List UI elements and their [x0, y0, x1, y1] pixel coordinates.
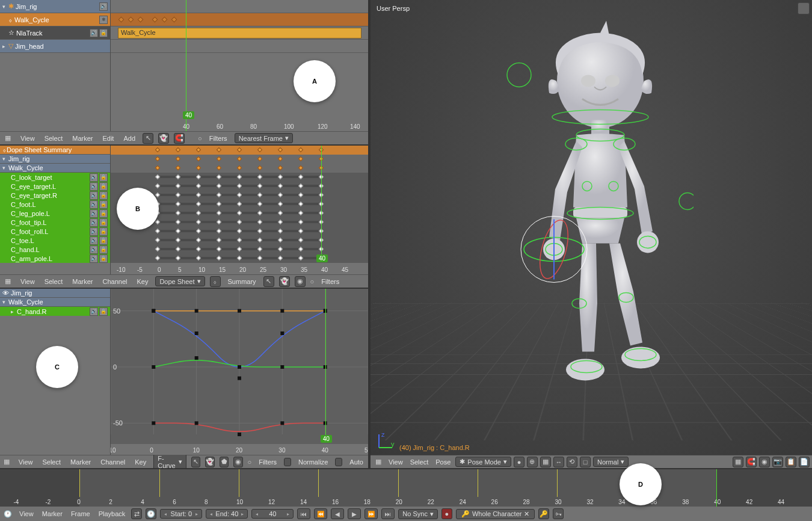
- lock-icon[interactable]: 🔒: [99, 191, 108, 200]
- speaker-icon[interactable]: 🔊: [90, 209, 98, 218]
- menu-select[interactable]: Select: [42, 277, 66, 286]
- fcurve-chart[interactable]: 500-50: [111, 289, 368, 445]
- graph-area[interactable]: 500-50 40 -1001020304050: [111, 289, 368, 455]
- keyframe-prev-icon[interactable]: ⏪: [314, 508, 327, 519]
- speaker-icon[interactable]: 🔊: [90, 245, 98, 254]
- playhead[interactable]: [716, 469, 717, 507]
- keyframe-line[interactable]: [398, 469, 399, 497]
- jump-start-icon[interactable]: ⏮: [297, 508, 310, 519]
- keyframe-icon[interactable]: [162, 17, 168, 23]
- eye-icon[interactable]: 👁: [2, 289, 9, 297]
- menu-frame[interactable]: Frame: [69, 509, 93, 519]
- keyframe-icon[interactable]: [278, 156, 283, 161]
- copy-icon[interactable]: 📋: [786, 457, 796, 467]
- speaker-icon[interactable]: 🔊: [99, 2, 108, 11]
- overlay-plus-icon[interactable]: [798, 2, 810, 14]
- menu-view[interactable]: View: [17, 509, 36, 519]
- jump-end-icon[interactable]: ⏭: [381, 508, 395, 519]
- magnet-icon[interactable]: 🧲: [174, 133, 185, 144]
- menu-select[interactable]: Select: [40, 457, 63, 467]
- cursor-icon[interactable]: ↖: [191, 457, 200, 467]
- keyframe-icon[interactable]: [196, 147, 201, 152]
- lock-icon[interactable]: 🔒: [99, 227, 108, 236]
- keyframe-icon[interactable]: [138, 17, 144, 23]
- keyframe-icon[interactable]: [298, 147, 303, 152]
- sync-dropdown[interactable]: No Sync▾: [398, 509, 438, 519]
- keyframe-icon[interactable]: [257, 147, 262, 152]
- paste-icon[interactable]: 📄: [799, 457, 810, 467]
- keyframe-icon[interactable]: [237, 147, 242, 152]
- bone-row[interactable]: C_foot_roll.L🔊🔒: [0, 227, 110, 236]
- start-frame-field[interactable]: ◂Start: 0▸: [160, 509, 202, 519]
- key-delete-icon[interactable]: 🗝: [553, 508, 564, 519]
- playhead[interactable]: [325, 289, 326, 443]
- ghost-icon[interactable]: 👻: [158, 133, 169, 144]
- keying-set-field[interactable]: 🔑Whole Character✕: [456, 509, 535, 519]
- keyframe-icon[interactable]: [155, 156, 160, 161]
- editor-type-icon[interactable]: ▦: [2, 276, 13, 287]
- bone-row[interactable]: C_leg_pole.L🔊🔒: [0, 209, 110, 218]
- filters-toggle[interactable]: Filters: [256, 457, 279, 467]
- manipulator-rot-icon[interactable]: ⟲: [567, 457, 577, 467]
- clock-icon[interactable]: 🕐: [146, 508, 156, 519]
- manipulator-scale-icon[interactable]: □: [580, 457, 591, 467]
- speaker-icon[interactable]: 🔊: [90, 227, 98, 236]
- speaker-icon[interactable]: 🔊: [90, 182, 98, 191]
- keyframe-icon[interactable]: [298, 156, 303, 161]
- menu-edit[interactable]: Edit: [100, 134, 116, 143]
- cursor-icon[interactable]: ↖: [263, 276, 274, 287]
- bone-row[interactable]: C_eye_target.R🔊🔒: [0, 191, 110, 200]
- editor-type-icon[interactable]: ▦: [2, 133, 13, 144]
- expand-arrow-icon[interactable]: ▾: [2, 4, 8, 10]
- keyframe-icon[interactable]: [257, 165, 262, 170]
- menu-select[interactable]: Select: [408, 457, 431, 467]
- key-insert-icon[interactable]: 🔑: [538, 508, 549, 519]
- tree-row[interactable]: ▾Walk_Cycle: [0, 164, 110, 173]
- play-icon[interactable]: ▶: [348, 508, 361, 519]
- tree-row-walk-cycle[interactable]: ⬨ Walk_Cycle ❄: [0, 13, 110, 26]
- menu-marker[interactable]: Marker: [70, 134, 95, 143]
- ghost-icon[interactable]: 👻: [279, 276, 290, 287]
- keyframe-icon[interactable]: [176, 165, 180, 170]
- speaker-icon[interactable]: 🔊: [90, 29, 98, 37]
- current-frame-field[interactable]: ◂40▸: [251, 509, 294, 519]
- tree-row-jim-rig[interactable]: ▾ ✱ Jim_rig 🔊: [0, 0, 110, 13]
- keyframe-icon[interactable]: [155, 147, 160, 152]
- cursor-icon[interactable]: ↖: [143, 133, 153, 144]
- proportional-icon[interactable]: ◉: [759, 457, 770, 467]
- play-reverse-icon[interactable]: ◀: [331, 508, 344, 519]
- manipulator-icon[interactable]: ↔: [553, 457, 564, 467]
- menu-marker[interactable]: Marker: [68, 457, 93, 467]
- menu-add[interactable]: Add: [121, 134, 138, 143]
- end-frame-field[interactable]: ◂End: 40▸: [206, 509, 248, 519]
- lock-icon[interactable]: 🔒: [99, 307, 108, 316]
- keyframe-icon[interactable]: [217, 165, 221, 170]
- keyframe-icon[interactable]: [176, 156, 180, 161]
- proportional-icon[interactable]: ◉: [233, 457, 242, 467]
- range-icon[interactable]: ⇄: [131, 508, 142, 519]
- character-model[interactable]: [489, 14, 694, 424]
- auto-checkbox[interactable]: [335, 458, 342, 466]
- frame-ruler[interactable]: -4-2024681012141618202224262830323436384…: [0, 497, 812, 507]
- menu-view[interactable]: View: [386, 457, 405, 467]
- pivot-icon[interactable]: ⊕: [527, 457, 538, 467]
- keyframe-icon[interactable]: [278, 165, 283, 170]
- keyframe-icon[interactable]: [171, 17, 177, 23]
- shading-solid-icon[interactable]: ●: [514, 457, 524, 467]
- nla-timeline[interactable]: Walk_Cycle 40 40 60 80 100 120 140: [111, 0, 368, 131]
- keyframe-icon[interactable]: [128, 17, 134, 23]
- mode-dropdown[interactable]: ✱Pose Mode▾: [455, 457, 511, 467]
- bone-row[interactable]: C_toe.L🔊🔒: [0, 236, 110, 245]
- editor-type-icon[interactable]: ▦: [373, 457, 384, 467]
- keyframe-next-icon[interactable]: ⏩: [364, 508, 378, 519]
- viewport-area[interactable]: User Persp: [371, 0, 812, 455]
- keyframe-icon[interactable]: [155, 165, 160, 170]
- lock-icon[interactable]: 🔒: [99, 29, 108, 37]
- keyframe-icon[interactable]: [278, 147, 283, 152]
- menu-view[interactable]: View: [18, 277, 37, 286]
- menu-marker[interactable]: Marker: [40, 509, 65, 519]
- layers-icon[interactable]: ▦: [540, 457, 551, 467]
- speaker-icon[interactable]: 🔊: [90, 307, 98, 316]
- menu-channel[interactable]: Channel: [100, 277, 129, 286]
- frame-ruler[interactable]: -10-5051015202530354045: [111, 264, 368, 274]
